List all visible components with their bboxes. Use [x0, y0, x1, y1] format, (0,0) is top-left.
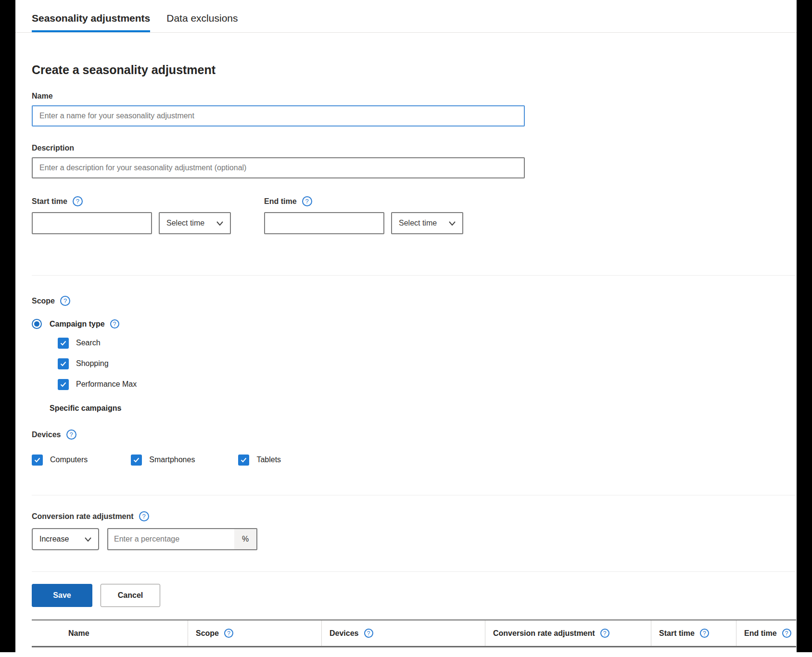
end-time-group: End time ? Select time [264, 196, 463, 234]
page-title: Create a seasonality adjustment [32, 63, 796, 77]
devices-label: Devices [32, 430, 61, 439]
checked-checkbox-icon [58, 338, 69, 349]
scope-label: Scope [32, 297, 55, 305]
description-input[interactable] [32, 157, 525, 178]
percentage-input[interactable] [108, 529, 234, 549]
checkbox-performance-max-label: Performance Max [76, 380, 137, 389]
checkbox-computers-label: Computers [50, 455, 88, 464]
radio-unselected-icon [32, 403, 42, 413]
column-header-start-time[interactable]: Start time ? [651, 620, 736, 646]
checkbox-smartphones[interactable]: Smartphones [131, 453, 195, 467]
left-black-border [0, 0, 15, 652]
form-actions: Save Cancel [32, 584, 796, 607]
checkbox-search-label: Search [76, 339, 101, 347]
end-time-select[interactable]: Select time [391, 212, 463, 234]
checkbox-smartphones-label: Smartphones [149, 455, 195, 464]
right-black-border [797, 0, 812, 652]
checkbox-shopping-label: Shopping [76, 359, 109, 368]
chevron-down-icon [449, 221, 456, 226]
tab-seasonality-adjustments[interactable]: Seasonality adjustments [32, 0, 150, 32]
chevron-down-icon [85, 537, 91, 542]
chevron-down-icon [216, 221, 223, 226]
scope-help-icon[interactable]: ? [60, 296, 70, 306]
column-header-scope[interactable]: Scope ? [188, 620, 321, 646]
checked-checkbox-icon [58, 379, 69, 390]
name-label: Name [32, 92, 796, 101]
end-date-input[interactable] [264, 212, 384, 234]
section-divider [32, 275, 796, 276]
devices-help-icon[interactable]: ? [66, 430, 76, 440]
create-adjustment-form: Create a seasonality adjustment Name Des… [32, 41, 796, 647]
tab-data-exclusions[interactable]: Data exclusions [166, 0, 238, 32]
radio-selected-icon [32, 319, 42, 329]
checkbox-tablets-label: Tablets [256, 455, 281, 464]
start-date-input[interactable] [32, 212, 152, 234]
column-header-name[interactable]: Name [32, 620, 188, 646]
end-time-column-help-icon[interactable]: ? [782, 629, 791, 638]
start-time-group: Start time ? Select time [32, 196, 231, 234]
save-button[interactable]: Save [32, 584, 92, 607]
percentage-field: % [107, 528, 257, 550]
percent-suffix: % [234, 529, 256, 549]
radio-campaign-type-label: Campaign type [50, 320, 105, 328]
checkbox-computers[interactable]: Computers [32, 453, 88, 467]
section-divider [32, 571, 796, 572]
adjustment-direction-select[interactable]: Increase [32, 528, 99, 550]
description-label: Description [32, 144, 796, 152]
radio-specific-campaigns-label: Specific campaigns [50, 404, 121, 413]
checkbox-shopping[interactable]: Shopping [58, 356, 796, 371]
radio-campaign-type[interactable]: Campaign type ? [32, 319, 796, 329]
conversion-rate-adjustment-label: Conversion rate adjustment [32, 512, 134, 521]
conversion-rate-adjustment-controls: Increase % [32, 528, 796, 550]
checkbox-performance-max[interactable]: Performance Max [58, 377, 796, 392]
column-header-devices[interactable]: Devices ? [321, 620, 485, 646]
checked-checkbox-icon [238, 455, 249, 466]
start-time-select-value: Select time [166, 219, 204, 227]
campaign-type-checkbox-list: Search Shopping Performance Max [58, 336, 796, 392]
checkbox-search[interactable]: Search [58, 336, 796, 350]
section-divider [32, 495, 796, 495]
conversion-rate-adjustment-help-icon[interactable]: ? [139, 511, 149, 521]
column-header-end-time[interactable]: End time ? [736, 620, 796, 646]
start-time-column-help-icon[interactable]: ? [700, 629, 709, 638]
conversion-rate-adjustment-column-help-icon[interactable]: ? [600, 629, 609, 638]
scope-column-help-icon[interactable]: ? [224, 629, 233, 638]
end-time-help-icon[interactable]: ? [302, 196, 312, 206]
start-time-select[interactable]: Select time [159, 212, 231, 234]
checked-checkbox-icon [32, 455, 43, 466]
name-input[interactable] [32, 105, 525, 126]
devices-column-help-icon[interactable]: ? [364, 629, 373, 638]
start-time-help-icon[interactable]: ? [73, 196, 83, 206]
tab-list: Seasonality adjustments Data exclusions [32, 0, 812, 32]
cancel-button[interactable]: Cancel [101, 584, 160, 607]
adjustments-table-header: Name Scope ? Devices ? Conversion rate a… [32, 619, 796, 647]
checkbox-tablets[interactable]: Tablets [238, 453, 281, 467]
end-time-select-value: Select time [399, 219, 437, 227]
end-time-label: End time [264, 197, 297, 206]
checked-checkbox-icon [58, 358, 69, 369]
campaign-type-help-icon[interactable]: ? [110, 319, 119, 328]
devices-checkbox-list: Computers Smartphones Tablets [32, 453, 796, 467]
time-section: Start time ? Select time End time ? [32, 196, 796, 234]
adjustment-direction-value: Increase [39, 535, 69, 543]
checked-checkbox-icon [131, 455, 142, 466]
start-time-label: Start time [32, 197, 67, 206]
radio-specific-campaigns[interactable]: Specific campaigns [32, 403, 796, 413]
tab-bar: Seasonality adjustments Data exclusions [0, 0, 812, 33]
column-header-conversion-rate-adjustment[interactable]: Conversion rate adjustment ? [485, 620, 651, 646]
